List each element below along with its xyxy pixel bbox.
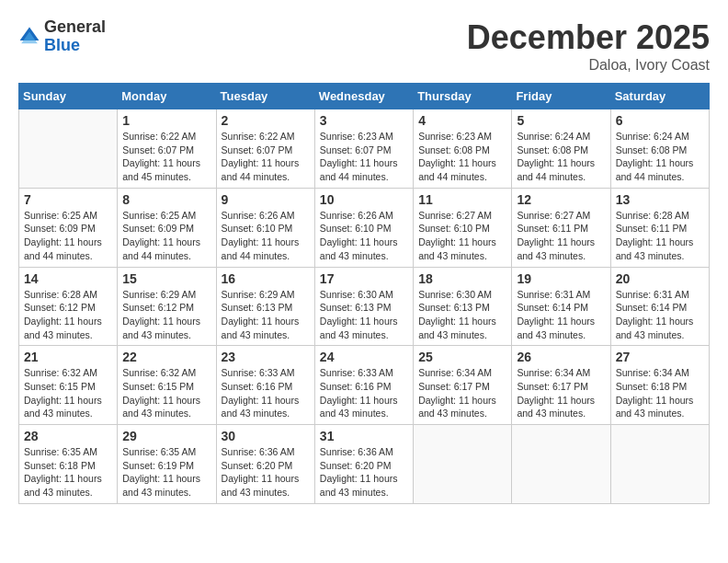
calendar-cell: 25Sunrise: 6:34 AM Sunset: 6:17 PM Dayli… xyxy=(414,346,512,425)
day-number: 8 xyxy=(122,192,210,207)
calendar-week-row: 7Sunrise: 6:25 AM Sunset: 6:09 PM Daylig… xyxy=(19,188,710,267)
day-number: 10 xyxy=(320,192,408,207)
day-info: Sunrise: 6:34 AM Sunset: 6:17 PM Dayligh… xyxy=(418,366,506,420)
day-number: 5 xyxy=(517,113,605,128)
day-number: 20 xyxy=(616,271,704,286)
day-info: Sunrise: 6:27 AM Sunset: 6:11 PM Dayligh… xyxy=(517,209,605,263)
calendar-header-thursday: Thursday xyxy=(414,84,512,109)
logo-icon xyxy=(18,26,40,48)
day-info: Sunrise: 6:28 AM Sunset: 6:11 PM Dayligh… xyxy=(616,209,704,263)
calendar-cell: 23Sunrise: 6:33 AM Sunset: 6:16 PM Dayli… xyxy=(216,346,314,425)
calendar-header-tuesday: Tuesday xyxy=(216,84,314,109)
calendar-cell: 10Sunrise: 6:26 AM Sunset: 6:10 PM Dayli… xyxy=(314,188,413,267)
calendar-cell: 21Sunrise: 6:32 AM Sunset: 6:15 PM Dayli… xyxy=(19,346,118,425)
calendar-cell: 22Sunrise: 6:32 AM Sunset: 6:15 PM Dayli… xyxy=(118,346,216,425)
day-number: 6 xyxy=(616,113,704,128)
calendar-week-row: 28Sunrise: 6:35 AM Sunset: 6:18 PM Dayli… xyxy=(19,425,710,504)
calendar-cell xyxy=(512,425,610,504)
day-info: Sunrise: 6:23 AM Sunset: 6:07 PM Dayligh… xyxy=(320,130,408,184)
day-number: 11 xyxy=(418,192,506,207)
calendar-cell: 17Sunrise: 6:30 AM Sunset: 6:13 PM Dayli… xyxy=(314,267,413,346)
day-number: 1 xyxy=(122,113,210,128)
day-number: 31 xyxy=(320,429,408,443)
calendar-cell: 26Sunrise: 6:34 AM Sunset: 6:17 PM Dayli… xyxy=(512,346,610,425)
day-number: 25 xyxy=(418,350,506,364)
calendar-header-friday: Friday xyxy=(512,84,610,109)
day-info: Sunrise: 6:36 AM Sunset: 6:20 PM Dayligh… xyxy=(320,445,408,500)
day-info: Sunrise: 6:34 AM Sunset: 6:17 PM Dayligh… xyxy=(517,366,605,420)
calendar-cell: 28Sunrise: 6:35 AM Sunset: 6:18 PM Dayli… xyxy=(19,425,118,504)
calendar-cell: 3Sunrise: 6:23 AM Sunset: 6:07 PM Daylig… xyxy=(314,109,413,189)
day-number: 19 xyxy=(517,271,605,286)
calendar-week-row: 14Sunrise: 6:28 AM Sunset: 6:12 PM Dayli… xyxy=(19,267,710,346)
day-info: Sunrise: 6:23 AM Sunset: 6:08 PM Dayligh… xyxy=(418,130,506,184)
calendar-cell: 29Sunrise: 6:35 AM Sunset: 6:19 PM Dayli… xyxy=(118,425,216,504)
day-info: Sunrise: 6:31 AM Sunset: 6:14 PM Dayligh… xyxy=(616,288,704,342)
day-number: 9 xyxy=(222,192,310,207)
day-number: 18 xyxy=(418,271,506,286)
calendar-cell xyxy=(610,425,709,504)
calendar-cell: 5Sunrise: 6:24 AM Sunset: 6:08 PM Daylig… xyxy=(512,109,610,189)
calendar-cell: 20Sunrise: 6:31 AM Sunset: 6:14 PM Dayli… xyxy=(610,267,709,346)
day-number: 15 xyxy=(122,271,210,286)
calendar-cell: 12Sunrise: 6:27 AM Sunset: 6:11 PM Dayli… xyxy=(512,188,610,267)
calendar-header-wednesday: Wednesday xyxy=(314,84,413,109)
calendar-cell: 27Sunrise: 6:34 AM Sunset: 6:18 PM Dayli… xyxy=(610,346,709,425)
day-number: 30 xyxy=(222,429,310,443)
calendar-table: SundayMondayTuesdayWednesdayThursdayFrid… xyxy=(18,83,710,504)
day-info: Sunrise: 6:30 AM Sunset: 6:13 PM Dayligh… xyxy=(418,288,506,342)
day-number: 16 xyxy=(222,271,310,286)
calendar-cell: 7Sunrise: 6:25 AM Sunset: 6:09 PM Daylig… xyxy=(19,188,118,267)
calendar-header-row: SundayMondayTuesdayWednesdayThursdayFrid… xyxy=(19,84,710,109)
logo-blue-text: Blue xyxy=(44,36,80,54)
calendar-cell xyxy=(19,109,118,189)
day-info: Sunrise: 6:22 AM Sunset: 6:07 PM Dayligh… xyxy=(222,130,310,184)
day-info: Sunrise: 6:33 AM Sunset: 6:16 PM Dayligh… xyxy=(222,366,310,420)
location: Daloa, Ivory Coast xyxy=(467,57,710,74)
day-info: Sunrise: 6:32 AM Sunset: 6:15 PM Dayligh… xyxy=(24,366,112,420)
day-info: Sunrise: 6:31 AM Sunset: 6:14 PM Dayligh… xyxy=(517,288,605,342)
day-info: Sunrise: 6:22 AM Sunset: 6:07 PM Dayligh… xyxy=(122,130,210,184)
day-info: Sunrise: 6:25 AM Sunset: 6:09 PM Dayligh… xyxy=(122,209,210,263)
day-info: Sunrise: 6:36 AM Sunset: 6:20 PM Dayligh… xyxy=(222,445,310,500)
logo: General Blue xyxy=(18,18,106,55)
calendar-cell xyxy=(414,425,512,504)
day-number: 2 xyxy=(222,113,310,128)
day-number: 4 xyxy=(418,113,506,128)
day-number: 13 xyxy=(616,192,704,207)
calendar-week-row: 21Sunrise: 6:32 AM Sunset: 6:15 PM Dayli… xyxy=(19,346,710,425)
day-info: Sunrise: 6:25 AM Sunset: 6:09 PM Dayligh… xyxy=(24,209,112,263)
day-number: 23 xyxy=(222,350,310,364)
day-number: 7 xyxy=(24,192,112,207)
day-info: Sunrise: 6:26 AM Sunset: 6:10 PM Dayligh… xyxy=(320,209,408,263)
day-info: Sunrise: 6:35 AM Sunset: 6:18 PM Dayligh… xyxy=(24,445,112,500)
day-number: 28 xyxy=(24,429,112,443)
calendar-cell: 31Sunrise: 6:36 AM Sunset: 6:20 PM Dayli… xyxy=(314,425,413,504)
calendar-cell: 11Sunrise: 6:27 AM Sunset: 6:10 PM Dayli… xyxy=(414,188,512,267)
calendar-cell: 16Sunrise: 6:29 AM Sunset: 6:13 PM Dayli… xyxy=(216,267,314,346)
day-number: 21 xyxy=(24,350,112,364)
calendar-cell: 6Sunrise: 6:24 AM Sunset: 6:08 PM Daylig… xyxy=(610,109,709,189)
day-info: Sunrise: 6:24 AM Sunset: 6:08 PM Dayligh… xyxy=(616,130,704,184)
calendar-cell: 8Sunrise: 6:25 AM Sunset: 6:09 PM Daylig… xyxy=(118,188,216,267)
calendar-cell: 19Sunrise: 6:31 AM Sunset: 6:14 PM Dayli… xyxy=(512,267,610,346)
day-info: Sunrise: 6:26 AM Sunset: 6:10 PM Dayligh… xyxy=(222,209,310,263)
day-info: Sunrise: 6:28 AM Sunset: 6:12 PM Dayligh… xyxy=(24,288,112,342)
calendar-cell: 13Sunrise: 6:28 AM Sunset: 6:11 PM Dayli… xyxy=(610,188,709,267)
page-header: General Blue December 2025 Daloa, Ivory … xyxy=(18,18,710,74)
day-number: 29 xyxy=(122,429,210,443)
day-info: Sunrise: 6:27 AM Sunset: 6:10 PM Dayligh… xyxy=(418,209,506,263)
day-number: 24 xyxy=(320,350,408,364)
calendar-cell: 4Sunrise: 6:23 AM Sunset: 6:08 PM Daylig… xyxy=(414,109,512,189)
month-title: December 2025 xyxy=(467,18,710,57)
calendar-cell: 9Sunrise: 6:26 AM Sunset: 6:10 PM Daylig… xyxy=(216,188,314,267)
day-info: Sunrise: 6:29 AM Sunset: 6:12 PM Dayligh… xyxy=(122,288,210,342)
logo-general-text: General xyxy=(44,17,106,36)
calendar-header-sunday: Sunday xyxy=(19,84,118,109)
day-number: 12 xyxy=(517,192,605,207)
calendar-cell: 24Sunrise: 6:33 AM Sunset: 6:16 PM Dayli… xyxy=(314,346,413,425)
calendar-cell: 15Sunrise: 6:29 AM Sunset: 6:12 PM Dayli… xyxy=(118,267,216,346)
day-info: Sunrise: 6:29 AM Sunset: 6:13 PM Dayligh… xyxy=(222,288,310,342)
calendar-header-monday: Monday xyxy=(118,84,216,109)
title-section: December 2025 Daloa, Ivory Coast xyxy=(467,18,710,74)
